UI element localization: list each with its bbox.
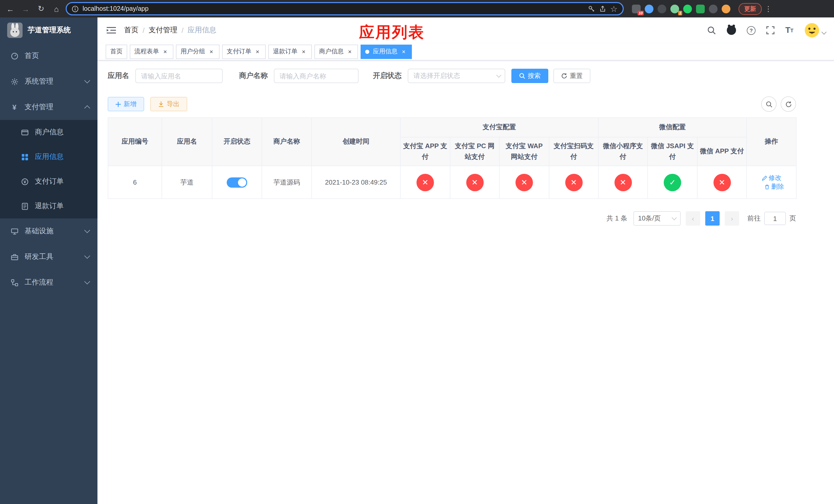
tags-view-bar: 首页 流程表单 用户分组 支付订单 退款订单 商户信息 应用信息: [97, 43, 834, 61]
col-header-wechat-jsapi: 微信 JSAPI 支付: [648, 137, 697, 166]
app-title: 芋道管理系统: [28, 26, 71, 35]
address-bar[interactable]: localhost:1024/pay/app ☆: [66, 2, 624, 15]
user-avatar[interactable]: [804, 23, 826, 38]
close-icon[interactable]: [346, 48, 353, 55]
sidebar-item-infra[interactable]: 基础设施: [0, 219, 97, 244]
reset-button[interactable]: 重置: [553, 69, 590, 83]
reload-icon[interactable]: ↻: [35, 3, 47, 15]
pagination: 共 1 条 10条/页 ‹ 1 › 前往 页: [108, 211, 796, 226]
cell-app-id: 6: [108, 166, 162, 199]
page-size-select[interactable]: 10条/页: [633, 211, 681, 226]
breadcrumb-home[interactable]: 首页: [124, 26, 138, 35]
extension-icon-6[interactable]: [696, 4, 705, 13]
chevron-down-icon: [84, 78, 90, 84]
status-select[interactable]: 请选择开启状态: [408, 69, 505, 83]
tab-app-info[interactable]: 应用信息: [360, 44, 412, 59]
wechat-app-status-icon: [713, 174, 731, 191]
sidebar-item-devtools[interactable]: 研发工具: [0, 244, 97, 270]
merchant-name-input[interactable]: [274, 69, 358, 83]
grid-icon: [21, 153, 29, 161]
extension-icon-2[interactable]: [645, 4, 654, 13]
sidebar-item-pay-orders[interactable]: 支付订单: [0, 169, 97, 194]
extension-icon-3[interactable]: [658, 4, 666, 13]
tab-pay-orders[interactable]: 支付订单: [222, 44, 266, 59]
sidebar-item-app-info[interactable]: 应用信息: [0, 144, 97, 169]
edit-link[interactable]: 修改: [762, 174, 782, 182]
refresh-button[interactable]: [781, 96, 796, 112]
sidebar-item-payment[interactable]: ¥ 支付管理: [0, 94, 97, 120]
sidebar: 芋道管理系统 首页 系统管理 ¥ 支付管理: [0, 18, 97, 504]
extensions-area: 10 1: [632, 4, 730, 13]
col-header-alipay-qr: 支付宝扫码支付: [549, 137, 598, 166]
sidebar-item-merchant-info[interactable]: 商户信息: [0, 120, 97, 144]
close-icon[interactable]: [300, 48, 307, 55]
alipay-pc-status-icon: [466, 174, 483, 191]
close-icon[interactable]: [400, 48, 407, 55]
profile-avatar-icon[interactable]: [722, 4, 730, 13]
status-toggle[interactable]: [227, 177, 247, 187]
add-button[interactable]: 新增: [108, 97, 144, 111]
tab-process-form[interactable]: 流程表单: [130, 44, 173, 59]
extension-icon-4[interactable]: 1: [671, 4, 679, 13]
url-text[interactable]: localhost:1024/pay/app: [83, 5, 584, 12]
sidebar-item-workflow[interactable]: 工作流程: [0, 270, 97, 295]
chevron-up-icon: [84, 105, 90, 111]
delete-link[interactable]: 删除: [764, 182, 784, 191]
app-logo-row[interactable]: 芋道管理系统: [0, 18, 97, 43]
close-icon[interactable]: [208, 48, 215, 55]
goto-label: 前往: [747, 214, 761, 223]
extension-icon-7[interactable]: [709, 4, 718, 13]
app-name-input[interactable]: [135, 69, 223, 83]
sidebar-fold-icon[interactable]: [106, 25, 117, 36]
bookmark-star-icon[interactable]: ☆: [610, 4, 618, 14]
tab-home[interactable]: 首页: [106, 44, 127, 59]
sidebar-item-refund-orders[interactable]: 退款订单: [0, 194, 97, 219]
sidebar-item-system[interactable]: 系统管理: [0, 69, 97, 94]
tab-refund-orders[interactable]: 退款订单: [268, 44, 312, 59]
goto-page-input[interactable]: [764, 212, 786, 225]
sidebar-submenu-payment: 商户信息 应用信息 支付订单: [0, 120, 97, 219]
goto-suffix-label: 页: [789, 214, 796, 223]
browser-menu-icon[interactable]: ⋮: [765, 5, 772, 13]
share-icon[interactable]: [599, 5, 606, 12]
breadcrumb-separator: /: [142, 26, 145, 35]
col-header-alipay-wap: 支付宝 WAP 网站支付: [499, 137, 549, 166]
header-search-icon[interactable]: [707, 26, 716, 35]
close-icon[interactable]: [161, 48, 169, 55]
chevron-down-icon: [672, 215, 677, 220]
tab-merchant-info[interactable]: 商户信息: [314, 44, 358, 59]
help-icon[interactable]: [747, 26, 755, 35]
fullscreen-icon[interactable]: [766, 26, 774, 35]
infra-icon: [10, 227, 19, 235]
github-icon[interactable]: [727, 26, 736, 35]
home-icon[interactable]: ⌂: [50, 3, 63, 15]
app-table: 应用编号 应用名 开启状态 商户名称 创建时间 支付宝配置 微信配置 操作 支付…: [108, 117, 796, 199]
site-info-icon[interactable]: [72, 5, 79, 12]
alipay-qr-status-icon: [565, 174, 583, 191]
close-icon[interactable]: [254, 48, 261, 55]
prev-page-button[interactable]: ‹: [686, 211, 700, 226]
password-key-icon[interactable]: [588, 5, 595, 12]
group-header-alipay: 支付宝配置: [400, 118, 598, 137]
extension-icon-5[interactable]: [683, 4, 692, 13]
search-button[interactable]: 搜索: [511, 69, 548, 83]
order-icon: [21, 178, 29, 185]
col-header-alipay-app: 支付宝 APP 支付: [400, 137, 450, 166]
back-icon[interactable]: ←: [4, 3, 16, 15]
export-button[interactable]: 导出: [150, 97, 187, 111]
status-label: 开启状态: [373, 71, 402, 81]
chevron-down-icon: [84, 227, 90, 233]
font-size-icon[interactable]: [785, 26, 793, 35]
breadcrumb-payment[interactable]: 支付管理: [149, 26, 177, 35]
toggle-search-button[interactable]: [761, 96, 776, 112]
wechat-mini-status-icon: [614, 174, 632, 191]
forward-icon[interactable]: →: [20, 3, 32, 15]
tab-user-group[interactable]: 用户分组: [176, 44, 220, 59]
toolbox-icon: [10, 253, 19, 261]
sidebar-item-home[interactable]: 首页: [0, 43, 97, 69]
browser-update-button[interactable]: 更新: [739, 3, 762, 15]
page-number-button[interactable]: 1: [705, 211, 720, 226]
col-header-wechat-mini: 微信小程序支付: [598, 137, 648, 166]
extension-icon-1[interactable]: 10: [632, 4, 641, 13]
next-page-button[interactable]: ›: [725, 211, 739, 226]
